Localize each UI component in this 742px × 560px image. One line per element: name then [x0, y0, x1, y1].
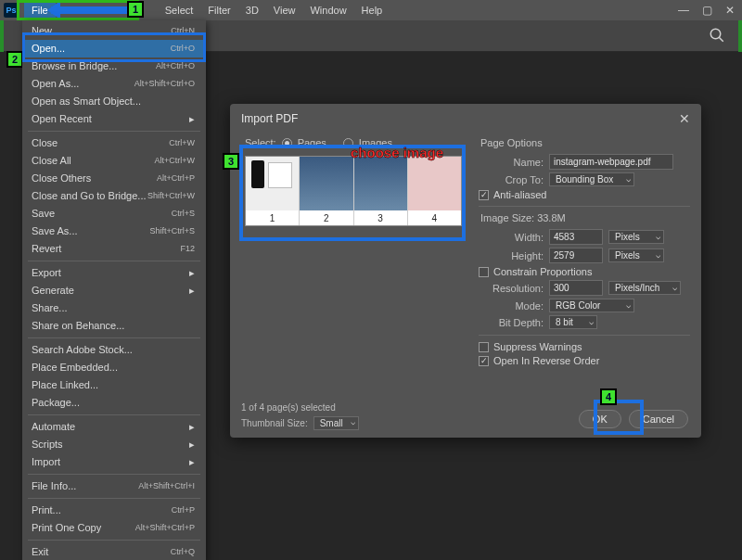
mode-select[interactable]: RGB Color — [549, 299, 634, 312]
tutorial-arrow — [51, 6, 130, 14]
ok-button[interactable]: OK — [579, 410, 621, 428]
image-size-title: Image Size: 33.8M — [480, 212, 690, 223]
menu-package[interactable]: Package... — [22, 394, 206, 412]
name-field[interactable]: instagram-webpage.pdf — [549, 154, 673, 170]
menu-revert[interactable]: RevertF12 — [22, 240, 206, 258]
thumbnail-3[interactable]: 3 — [354, 157, 408, 225]
window-close-icon[interactable]: ✕ — [725, 4, 735, 17]
thumbnail-1[interactable]: 1 — [246, 157, 300, 225]
menu-share-behance[interactable]: Share on Behance... — [22, 317, 206, 335]
chevron-right-icon: ▸ — [189, 438, 195, 452]
chevron-right-icon: ▸ — [189, 266, 195, 280]
menu-help[interactable]: Help — [354, 0, 390, 20]
menu-open-recent[interactable]: Open Recent▸ — [22, 110, 206, 128]
menu-import[interactable]: Import▸ — [22, 453, 206, 471]
menu-view[interactable]: View — [266, 0, 303, 20]
bitdepth-select[interactable]: 8 bit — [549, 315, 597, 329]
chevron-right-icon: ▸ — [189, 420, 195, 434]
resolution-unit-select[interactable]: Pixels/Inch — [608, 281, 681, 295]
height-unit-select[interactable]: Pixels — [608, 248, 664, 262]
radio-pages[interactable] — [282, 138, 292, 148]
menu-save[interactable]: SaveCtrl+S — [22, 205, 206, 223]
menu-open-smart[interactable]: Open as Smart Object... — [22, 93, 206, 110]
search-icon[interactable] — [709, 27, 725, 45]
step-badge-4: 4 — [600, 388, 617, 405]
menu-open[interactable]: Open...Ctrl+O — [22, 40, 206, 57]
menu-close-others[interactable]: Close OthersAlt+Ctrl+P — [22, 170, 206, 187]
menu-print[interactable]: Print...Ctrl+P — [22, 502, 206, 519]
menu-share[interactable]: Share... — [22, 299, 206, 317]
reverse-checkbox[interactable] — [479, 356, 489, 366]
page-options-title: Page Options — [480, 137, 690, 148]
menu-adobe-stock[interactable]: Search Adobe Stock... — [22, 341, 206, 359]
chevron-right-icon: ▸ — [189, 455, 195, 469]
suppress-checkbox[interactable] — [479, 342, 489, 352]
svg-point-0 — [710, 29, 721, 39]
dialog-title: Import PDF — [241, 112, 298, 125]
thumbnail-2[interactable]: 2 — [300, 157, 353, 225]
select-label: Select: — [245, 137, 276, 148]
resolution-field[interactable]: 300 — [549, 280, 603, 296]
thumbnail-grid: 1 2 3 4 — [245, 156, 462, 226]
thumbnail-4[interactable]: 4 — [408, 157, 461, 225]
menu-3d[interactable]: 3D — [238, 0, 266, 20]
import-pdf-dialog: Import PDF ✕ Select: Pages Images 1 2 3 … — [230, 104, 701, 438]
menu-file-info[interactable]: File Info...Alt+Shift+Ctrl+I — [22, 477, 206, 495]
menu-automate[interactable]: Automate▸ — [22, 418, 206, 436]
width-field[interactable]: 4583 — [549, 229, 603, 245]
menu-window[interactable]: Window — [302, 0, 353, 20]
cancel-button[interactable]: Cancel — [629, 410, 688, 428]
file-dropdown: New...Ctrl+N Open...Ctrl+O Browse in Bri… — [22, 20, 206, 560]
step-badge-1: 1 — [127, 1, 144, 18]
menu-browse-bridge[interactable]: Browse in Bridge...Alt+Ctrl+O — [22, 57, 206, 75]
menu-close-all[interactable]: Close AllAlt+Ctrl+W — [22, 152, 206, 170]
chevron-right-icon: ▸ — [189, 284, 195, 298]
menu-exit[interactable]: ExitCtrl+Q — [22, 543, 206, 560]
cropto-select[interactable]: Bounding Box — [549, 172, 634, 186]
menu-new[interactable]: New...Ctrl+N — [22, 22, 206, 40]
height-field[interactable]: 2579 — [549, 248, 603, 263]
constrain-checkbox[interactable] — [479, 267, 489, 277]
width-unit-select[interactable]: Pixels — [608, 230, 664, 244]
window-minimize-icon[interactable]: — — [678, 4, 689, 17]
menu-scripts[interactable]: Scripts▸ — [22, 436, 206, 453]
app-logo: Ps — [4, 3, 19, 18]
antialiased-checkbox[interactable] — [479, 190, 489, 200]
menu-generate[interactable]: Generate▸ — [22, 282, 206, 299]
menu-close-bridge[interactable]: Close and Go to Bridge...Shift+Ctrl+W — [22, 187, 206, 205]
step-badge-3: 3 — [223, 153, 239, 170]
close-icon[interactable]: ✕ — [679, 111, 690, 126]
svg-line-1 — [719, 37, 723, 42]
chevron-right-icon: ▸ — [189, 112, 195, 126]
menu-close[interactable]: CloseCtrl+W — [22, 134, 206, 152]
menu-export[interactable]: Export▸ — [22, 264, 206, 282]
tutorial-label-choose: choose image — [351, 145, 443, 160]
menu-open-as[interactable]: Open As...Alt+Shift+Ctrl+O — [22, 75, 206, 93]
menu-filter[interactable]: Filter — [200, 0, 237, 20]
window-maximize-icon[interactable]: ▢ — [702, 4, 712, 17]
menu-place-linked[interactable]: Place Linked... — [22, 376, 206, 394]
menu-print-one[interactable]: Print One CopyAlt+Shift+Ctrl+P — [22, 519, 206, 537]
thumb-size-select[interactable]: Small — [313, 416, 359, 430]
step-badge-2: 2 — [6, 51, 23, 68]
selection-info: 1 of 4 page(s) selected — [241, 402, 359, 413]
menu-place-embedded[interactable]: Place Embedded... — [22, 359, 206, 376]
menu-save-as[interactable]: Save As...Shift+Ctrl+S — [22, 223, 206, 240]
menu-select[interactable]: Select — [158, 0, 201, 20]
